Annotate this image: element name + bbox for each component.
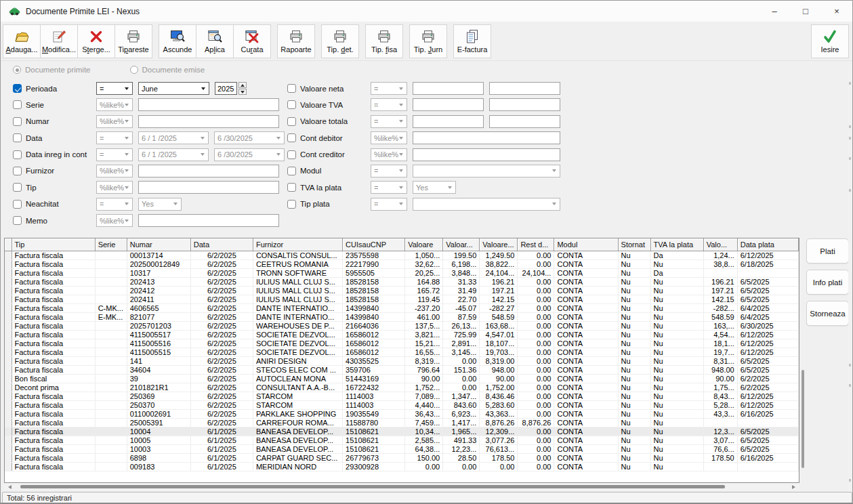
toolbar-button-sterge[interactable]: Sterge...: [77, 24, 115, 58]
radio-documente-emise[interactable]: Documente emise: [130, 66, 205, 74]
table-row[interactable]: Factura fiscala346046/2/2025STECOS ELEC …: [5, 365, 799, 374]
column-header-modul[interactable]: Modul: [554, 238, 618, 251]
filter-input-valoare-neta[interactable]: [489, 82, 560, 95]
filter-input-valoare-totala[interactable]: [413, 115, 484, 128]
vscroll-thumb[interactable]: [802, 370, 804, 468]
operator-combo[interactable]: %like%: [96, 115, 133, 128]
column-header-data[interactable]: Data: [190, 238, 253, 251]
operator-combo[interactable]: %like%: [371, 148, 407, 161]
filter-input-valoare-totala[interactable]: [489, 115, 560, 128]
operator-combo[interactable]: =: [371, 165, 407, 177]
filter-checkbox-modul[interactable]: [287, 167, 296, 175]
table-row[interactable]: Factura fiscala2024136/2/2025IULIUS MALL…: [5, 277, 799, 286]
column-header-valoar[interactable]: Valoar...: [443, 238, 480, 251]
table-row[interactable]: Factura fiscala20257012036/2/2025WAREHOU…: [5, 321, 799, 330]
value-combo[interactable]: Yes: [413, 181, 456, 194]
column-header-rest-d[interactable]: Rest d...: [518, 238, 554, 251]
table-row[interactable]: Factura fiscalaE-MK...8210776/2/2025DANT…: [5, 312, 799, 321]
value-combo[interactable]: 6 / 1 /2025: [138, 131, 209, 144]
scroll-right-arrow-icon[interactable]: [792, 485, 795, 489]
operator-combo[interactable]: =: [371, 181, 407, 194]
column-header-data-plata[interactable]: Data plata: [737, 238, 798, 251]
toolbar-button-curata[interactable]: Curata: [233, 24, 271, 58]
operator-combo[interactable]: %like%: [371, 131, 407, 144]
filter-input-serie[interactable]: [138, 98, 279, 111]
filter-checkbox-perioada[interactable]: [13, 84, 22, 93]
hscroll-thumb[interactable]: [20, 485, 725, 488]
operator-combo[interactable]: %like%: [96, 214, 133, 227]
filter-checkbox-tip-plata[interactable]: [287, 200, 296, 209]
filter-input-cont-creditor[interactable]: [413, 148, 560, 161]
column-header-tva-la-plata[interactable]: TVA la plata: [650, 238, 703, 251]
table-row[interactable]: Factura fiscala2024126/2/2025IULIUS MALL…: [5, 286, 799, 295]
table-row[interactable]: Factura fiscala0091836/1/2025MERIDIAN NO…: [5, 462, 799, 471]
table-row[interactable]: Factura fiscala000137146/2/2025CONSALTIS…: [5, 251, 799, 259]
value-combo[interactable]: 6 / 1 /2025: [138, 148, 209, 161]
value-combo[interactable]: 6 /30/2025: [214, 148, 285, 161]
column-header-furnizor[interactable]: Furnizor: [253, 238, 342, 251]
year-spinner[interactable]: 2025: [215, 82, 247, 95]
plati-button[interactable]: Plati: [806, 238, 849, 264]
toolbar-button-tip-fisa[interactable]: Tip. fisa: [365, 24, 403, 58]
column-header-valoare[interactable]: Valoare...: [480, 238, 518, 251]
year-value[interactable]: 2025: [215, 82, 237, 95]
toolbar-button-tipareste[interactable]: Tipareste: [115, 24, 152, 58]
operator-combo[interactable]: =: [371, 98, 407, 111]
minimize-button[interactable]: –: [759, 1, 790, 22]
toolbar-button-e-factura[interactable]: E-factura: [453, 24, 491, 58]
maximize-button[interactable]: □: [790, 1, 821, 22]
filter-input-numar[interactable]: [138, 115, 279, 128]
filter-input-memo[interactable]: [138, 214, 279, 227]
filter-input-valoare-tva[interactable]: [413, 98, 484, 111]
filter-checkbox-tip[interactable]: [13, 183, 22, 192]
grid-vertical-scrollbar[interactable]: [802, 239, 805, 482]
filter-checkbox-valoare-totala[interactable]: [287, 117, 296, 126]
value-combo[interactable]: [413, 198, 560, 211]
operator-combo[interactable]: =: [371, 115, 407, 128]
column-header-numar[interactable]: Numar: [127, 238, 190, 251]
table-row[interactable]: Factura fiscala100036/1/2025BANEASA DEVE…: [5, 444, 799, 453]
table-row[interactable]: Factura fiscalaC-MK...46065656/2/2025DAN…: [5, 303, 799, 312]
scroll-left-arrow-icon[interactable]: [8, 485, 12, 489]
table-row[interactable]: Bon fiscal396/2/2025AUTOCLEAN MONA514431…: [5, 374, 799, 383]
table-row[interactable]: Factura fiscala41150055176/2/2025SOCIETA…: [5, 330, 799, 339]
filter-checkbox-cont-creditor[interactable]: [287, 150, 296, 159]
table-row[interactable]: Factura fiscala01100026916/2/2025PARKLAK…: [5, 409, 799, 418]
operator-combo[interactable]: =: [96, 82, 133, 95]
value-combo[interactable]: 6 /30/2025: [214, 131, 285, 144]
column-header-valoare[interactable]: Valoare: [405, 238, 443, 251]
value-combo[interactable]: [413, 165, 560, 177]
column-header-cuisaucnp[interactable]: CUIsauCNP: [343, 238, 405, 251]
info-plati-button[interactable]: Info plati: [806, 270, 849, 295]
column-header-tip[interactable]: Tip: [12, 238, 95, 251]
value-combo[interactable]: June: [138, 82, 209, 95]
filter-checkbox-serie[interactable]: [13, 100, 22, 109]
operator-combo[interactable]: =: [96, 148, 133, 161]
filter-checkbox-neachitat[interactable]: [13, 200, 22, 209]
table-row[interactable]: Decont prima2101821R16/2/2025CONSULTANT …: [5, 383, 799, 392]
operator-combo[interactable]: =: [371, 82, 407, 95]
filter-checkbox-memo[interactable]: [13, 216, 22, 225]
filter-checkbox-furnizor[interactable]: [13, 167, 22, 175]
table-row[interactable]: Factura fiscala41150055166/2/2025SOCIETA…: [5, 339, 799, 348]
filter-input-tip[interactable]: [138, 181, 279, 194]
toolbar-button-modifica[interactable]: Modifica...: [40, 24, 78, 58]
filter-checkbox-valoare-tva[interactable]: [287, 100, 296, 109]
operator-combo[interactable]: %like%: [96, 181, 133, 194]
table-row[interactable]: Factura fiscala2025000128496/2/2025CEETR…: [5, 259, 799, 268]
operator-combo[interactable]: =: [96, 131, 133, 144]
table-row[interactable]: Factura fiscala100056/1/2025BANEASA DEVE…: [5, 436, 799, 444]
window-right-scrollbar[interactable]: [848, 66, 852, 499]
table-row[interactable]: Factura fiscala41150055156/2/2025SOCIETA…: [5, 348, 799, 356]
spin-down-icon[interactable]: [238, 89, 247, 95]
operator-combo[interactable]: =: [371, 198, 407, 211]
filter-input-cont-debitor[interactable]: [413, 131, 560, 144]
spin-up-icon[interactable]: [238, 82, 247, 88]
toolbar-button-aplica[interactable]: Aplica: [196, 24, 234, 58]
close-button[interactable]: ×: [821, 1, 852, 22]
toolbar-button-tip-jurn[interactable]: Tip. Jurn: [409, 24, 447, 58]
grid-horizontal-scrollbar[interactable]: [4, 484, 799, 490]
operator-combo[interactable]: =: [96, 198, 133, 211]
operator-combo[interactable]: %like%: [96, 98, 133, 111]
filter-input-furnizor[interactable]: [138, 165, 279, 177]
